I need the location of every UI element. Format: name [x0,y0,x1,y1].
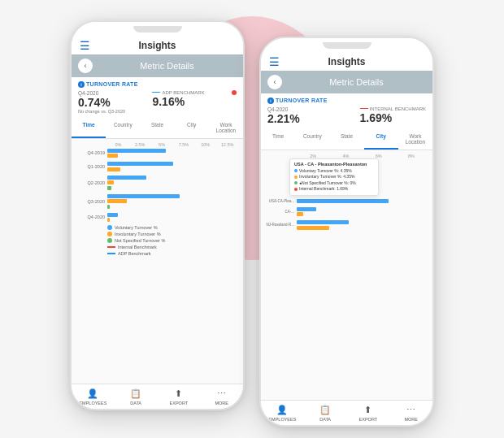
bar-orange [107,199,127,203]
metric-details-title-1: Metric Details [98,61,237,71]
tab-worklocation-2[interactable]: Work Location [398,130,432,150]
bar-blue [297,207,316,211]
axis-0: 0% [107,142,129,147]
metric-details-bar-1: ‹ Metric Details [72,54,243,77]
info-icon-1: i [78,81,85,88]
phones-container: ☰ Insights ‹ Metric Details i TURNOVER R… [70,12,434,427]
row-label: Q2-2020 [76,180,105,185]
tab-country-2[interactable]: Country [295,130,329,150]
content-2: i TURNOVER RATE Q4-2020 2.21% INTERNAL B… [261,93,432,400]
row-label: Q1-2020 [76,164,105,169]
chart-tooltip: USA - CA - Pleasanton-Pleasanton Volunta… [289,158,379,196]
benchmark-value-1: 9.16% [152,95,185,108]
metric-details-title-2: Metric Details [287,77,426,87]
tooltip-dot-4 [294,188,298,191]
tab-state-1[interactable]: State [140,119,174,138]
metric-item-1: Q4-2020 0.74% No change vs. Q3-2020 [78,90,125,114]
tab-country-1[interactable]: Country [106,119,140,138]
table-row: Q2-2020 [76,176,238,190]
status-bar-2 [261,38,432,53]
legend-item-adp: ADP Benchmark [107,251,238,256]
legend-label-notspecified: Not Specified Turnover % [115,238,165,243]
legend-label-internal: Internal Benchmark [118,245,157,249]
legend-item-involuntary: Involuntary Turnover % [107,232,238,236]
tooltip-row-1: Voluntary Turnover %: 4.35% [294,168,374,175]
nav-export-1[interactable]: ⬆ EXPORT [158,388,201,405]
metrics-row-2: Q4-2020 2.21% INTERNAL BENCHMARK 1.69% [267,104,426,128]
axis2-4: 4% [329,154,362,158]
nav-employees-1[interactable]: 👤 EMPLOYEES [72,388,115,405]
nav-more-2[interactable]: ⋯ MORE [389,405,432,422]
chart-area-1: 0% 2.5% 5% 7.5% 10% 12.5% Q4-2019 [72,139,243,384]
back-button-1[interactable]: ‹ [78,59,93,73]
legend-item-notspecified: Not Specified Turnover % [107,238,238,243]
table-row: Q4-2019 [76,149,238,158]
metric-item-2: Q4-2020 2.21% [267,106,300,125]
axis2-2: 2% [297,154,329,158]
tooltip-label-3: ●Not Specified Turnover %: 0% [299,180,356,187]
adp-dash-1 [152,92,160,93]
export-icon-2: ⬆ [364,405,371,415]
tab-time-1[interactable]: Time [72,119,106,138]
tab-state-2[interactable]: State [329,130,363,150]
bars-container [107,162,238,171]
bar-blue [297,220,349,224]
turnover-section-1: i TURNOVER RATE Q4-2020 0.74% No change … [72,77,243,119]
section-label-1: i TURNOVER RATE [78,81,237,88]
nav-data-2[interactable]: 📋 DATA [304,405,347,422]
benchmark-value-2: 1.69% [360,111,393,124]
legend-item-internal: Internal Benchmark [107,245,238,249]
tooltip-title: USA - CA - Pleasanton-Pleasanton [294,162,374,167]
tab-city-2[interactable]: City [364,130,398,150]
nav-label-export-2: EXPORT [359,417,378,422]
app-header-2: ☰ Insights [261,53,432,71]
axis-7-5: 7.5% [172,142,194,147]
app-header-1: ☰ Insights [72,37,243,54]
bar-blue [107,213,118,217]
axis-12-5: 12.5% [216,142,238,147]
back-button-2[interactable]: ‹ [267,75,282,89]
tooltip-label-4: Internal Benchmark: 1.69% [299,186,348,193]
legend-label-voluntary: Voluntary Turnover % [115,225,158,230]
legend-dot-blue [107,225,112,230]
nav-more-1[interactable]: ⋯ MORE [200,388,243,405]
red-dot-1 [232,90,237,95]
row-label: Q3-2020 [76,199,105,204]
hamburger-icon-1[interactable]: ☰ [80,39,90,52]
app-title-2: Insights [328,56,365,67]
legend-line-red [107,246,115,248]
bars-container [107,149,238,158]
chart-axis-1: 0% 2.5% 5% 7.5% 10% 12.5% [107,142,238,147]
tabs-2: Time Country State City Work Location [261,130,432,150]
row-label: Q4-2019 [76,150,105,155]
bars-container [107,176,238,190]
nav-label-more-1: MORE [215,401,228,405]
tab-worklocation-1[interactable]: Work Location [209,119,243,138]
tab-time-2[interactable]: Time [261,130,295,150]
tab-city-1[interactable]: City [175,119,209,138]
bar-orange [107,167,120,171]
tooltip-label-1: Voluntary Turnover %: 4.35% [299,168,352,175]
metric-change-1: No change vs. Q3-2020 [78,109,125,114]
nav-export-2[interactable]: ⬆ EXPORT [347,405,390,422]
hamburger-icon-2[interactable]: ☰ [269,55,280,68]
bars-container [107,213,238,223]
row-label: CA-... [266,210,294,214]
nav-label-employees-1: EMPLOYEES [79,401,106,405]
axis2-8: 8% [395,154,428,158]
axis-5: 5% [151,142,173,147]
nav-data-1[interactable]: 📋 DATA [115,388,158,405]
data-icon-2: 📋 [319,405,331,415]
nav-employees-2[interactable]: 👤 EMPLOYEES [261,405,304,422]
tooltip-row-3: ●Not Specified Turnover %: 0% [294,180,374,187]
phone-2: ☰ Insights ‹ Metric Details i TURNOVER R… [259,37,434,427]
metric-period-1: Q4-2020 [78,90,125,96]
legend-dot-orange [107,232,112,236]
app-title-1: Insights [138,40,176,51]
nav-label-data-1: DATA [130,401,141,405]
row-label: NJ-Roseland-R... [266,223,294,227]
bottom-nav-2: 👤 EMPLOYEES 📋 DATA ⬆ EXPORT ⋯ MORE [261,400,432,425]
notch-1 [133,26,182,33]
bar-orange [107,218,110,222]
tooltip-row-4: Internal Benchmark: 1.69% [294,186,374,193]
